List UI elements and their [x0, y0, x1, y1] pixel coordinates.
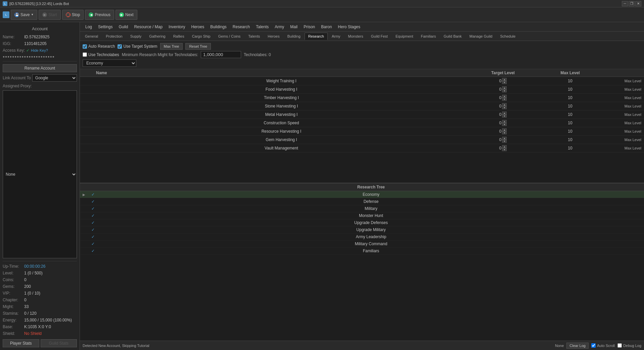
- coins-value: 0: [24, 277, 27, 282]
- level-up-btn-2[interactable]: ▲: [502, 95, 507, 98]
- use-target-system-checkbox-label[interactable]: Use Target System: [118, 44, 157, 49]
- level-up-btn-0[interactable]: ▲: [502, 78, 507, 81]
- menu-heroes[interactable]: Heroes: [188, 23, 207, 31]
- title-bar-controls: ─ ❐ ✕: [622, 1, 641, 6]
- level-up-btn-8[interactable]: ▲: [502, 145, 507, 148]
- tab-cargo-ship[interactable]: Cargo Ship: [188, 33, 214, 40]
- menu-settings[interactable]: Settings: [95, 23, 115, 31]
- min-research-input[interactable]: [201, 51, 241, 58]
- tab-general[interactable]: General: [81, 33, 102, 40]
- list-item[interactable]: ▶ ✓ Economy: [80, 191, 644, 198]
- use-technolabes-checkbox[interactable]: [83, 52, 87, 57]
- hide-key-link[interactable]: Hide Key?: [31, 48, 48, 52]
- auto-scroll-checkbox[interactable]: [591, 343, 596, 348]
- tab-supply[interactable]: Supply: [127, 33, 145, 40]
- debug-log-label[interactable]: Debug Log: [617, 343, 641, 348]
- level-up-btn-4[interactable]: ▲: [502, 112, 507, 115]
- link-account-select[interactable]: Google: [32, 74, 77, 82]
- level-up-btn-6[interactable]: ▲: [502, 128, 507, 131]
- tab-heroes[interactable]: Heroes: [264, 33, 283, 40]
- level-down-btn-2[interactable]: ▼: [502, 98, 507, 101]
- tab-manage-guild[interactable]: Manage Guild: [466, 33, 496, 40]
- tab-rallies[interactable]: Rallies: [170, 33, 188, 40]
- tree-select[interactable]: Economy Defense Military: [83, 59, 136, 67]
- level-down-btn-6[interactable]: ▼: [502, 131, 507, 134]
- tab-research[interactable]: Research: [305, 33, 328, 40]
- clear-log-button[interactable]: Clear Log: [566, 343, 589, 349]
- tab-guild-fest[interactable]: Guild Fest: [367, 33, 392, 40]
- research-table-body: Weight Training I 0 ▲ ▼ 10 Max Level Foo…: [80, 77, 644, 152]
- chapter-value: 0: [24, 298, 27, 302]
- auto-research-checkbox-label[interactable]: Auto Research: [83, 44, 115, 49]
- level-down-btn-0[interactable]: ▼: [502, 81, 507, 84]
- list-item[interactable]: ✓ Upgrade Defenses: [80, 219, 644, 226]
- menu-army[interactable]: Army: [272, 23, 287, 31]
- use-technolabes-checkbox-label[interactable]: Use Technolabes: [83, 52, 119, 57]
- level-down-btn-3[interactable]: ▼: [502, 106, 507, 109]
- tab-gathering[interactable]: Gathering: [145, 33, 169, 40]
- tab-gems-coins[interactable]: Gems / Coins: [215, 33, 244, 40]
- start-button[interactable]: ▶ Start: [39, 10, 60, 20]
- tab-monsters[interactable]: Monsters: [344, 33, 367, 40]
- auto-scroll-label[interactable]: Auto Scroll: [591, 343, 615, 348]
- list-item[interactable]: ✓ Military Command: [80, 240, 644, 248]
- menu-resource-map[interactable]: Resource / Map: [131, 23, 165, 31]
- auto-research-checkbox[interactable]: [83, 44, 87, 49]
- row-max-1: 10: [537, 85, 604, 94]
- previous-button[interactable]: ◀ Previous: [85, 10, 114, 20]
- use-target-system-checkbox[interactable]: [118, 44, 122, 49]
- list-item[interactable]: ✓ Defense: [80, 198, 644, 205]
- close-button[interactable]: ✕: [635, 1, 641, 6]
- next-button[interactable]: ▶ Next: [116, 10, 137, 20]
- row-action-0: Max Level: [604, 77, 644, 85]
- tab-talents[interactable]: Talents: [244, 33, 264, 40]
- menu-log[interactable]: Log: [83, 23, 95, 31]
- reset-tree-button[interactable]: Reset Tree: [185, 43, 211, 50]
- menu-buildings[interactable]: Buildings: [208, 23, 229, 31]
- level-up-btn-3[interactable]: ▲: [502, 103, 507, 106]
- level-up-btn-5[interactable]: ▲: [502, 120, 507, 123]
- rename-account-button[interactable]: Rename Account: [3, 64, 77, 72]
- tree-check-1: ✓: [88, 198, 98, 205]
- menu-guild[interactable]: Guild: [116, 23, 131, 31]
- tab-familiars[interactable]: Familiars: [417, 33, 440, 40]
- proxy-select[interactable]: None: [3, 90, 77, 258]
- menu-prison[interactable]: Prison: [301, 23, 318, 31]
- level-up-btn-1[interactable]: ▲: [502, 86, 507, 89]
- minimize-button[interactable]: ─: [622, 1, 628, 6]
- list-item[interactable]: ✓ Military: [80, 205, 644, 212]
- player-stats-button[interactable]: Player Stats: [3, 339, 39, 347]
- guild-stats-button[interactable]: Guild Stats: [41, 339, 77, 347]
- level-down-btn-7[interactable]: ▼: [502, 140, 507, 143]
- menu-mail[interactable]: Mail: [287, 23, 300, 31]
- max-tree-button[interactable]: Max Tree: [160, 43, 183, 50]
- stop-button[interactable]: ⬛ Stop: [62, 10, 84, 20]
- row-name-1: Food Harvesting I: [93, 85, 469, 94]
- tab-building[interactable]: Building: [284, 33, 304, 40]
- list-item[interactable]: ✓ Monster Hunt: [80, 212, 644, 219]
- tab-schedule[interactable]: Schedule: [496, 33, 519, 40]
- tab-guild-bank[interactable]: Guild Bank: [440, 33, 465, 40]
- level-down-btn-4[interactable]: ▼: [502, 115, 507, 118]
- level-down-btn-8[interactable]: ▼: [502, 148, 507, 151]
- menu-inventory[interactable]: Inventory: [166, 23, 188, 31]
- debug-log-checkbox[interactable]: [617, 343, 622, 348]
- list-item[interactable]: ✓ Army Leadership: [80, 233, 644, 240]
- row-target-7: 0 ▲ ▼: [469, 136, 537, 144]
- menu-baron[interactable]: Baron: [318, 23, 334, 31]
- level-up-btn-7[interactable]: ▲: [502, 137, 507, 140]
- row-max-7: 10: [537, 136, 604, 144]
- level-down-btn-1[interactable]: ▼: [502, 89, 507, 92]
- list-item[interactable]: ✓ Upgrade Military: [80, 226, 644, 233]
- save-button[interactable]: 💾 Save ▼: [11, 10, 37, 20]
- restore-button[interactable]: ❐: [629, 1, 635, 6]
- tab-army[interactable]: Army: [328, 33, 344, 40]
- tab-equipment[interactable]: Equipment: [392, 33, 417, 40]
- col-expand: [80, 69, 87, 77]
- level-down-btn-5[interactable]: ▼: [502, 123, 507, 126]
- list-item[interactable]: ✓ Familiars: [80, 248, 644, 255]
- menu-research[interactable]: Research: [230, 23, 252, 31]
- tab-protection[interactable]: Protection: [102, 33, 126, 40]
- menu-hero-stages[interactable]: Hero Stages: [335, 23, 363, 31]
- menu-talents[interactable]: Talents: [253, 23, 271, 31]
